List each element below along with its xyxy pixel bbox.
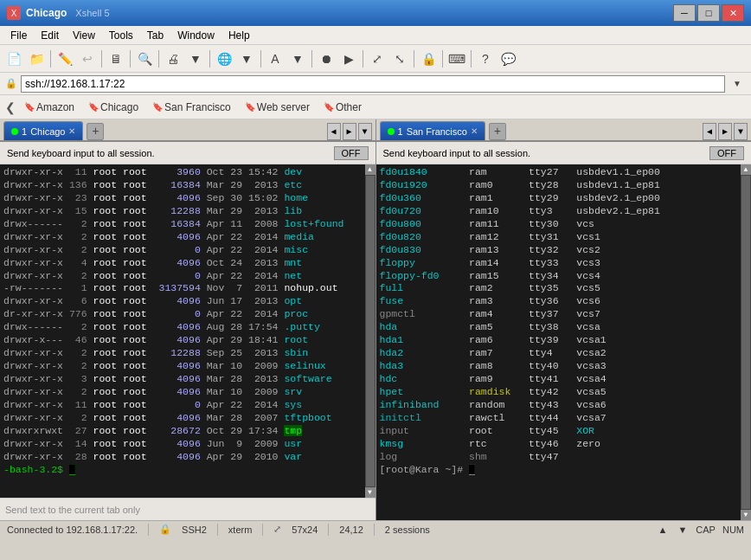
status-numlock: NUM: [722, 525, 744, 535]
sessions-area: 1 Chicago ✕ + ◀ ▶ ▼ Send keyboard input …: [0, 119, 751, 520]
sf-tab-add[interactable]: +: [489, 123, 506, 140]
menu-edit[interactable]: Edit: [34, 28, 66, 43]
chicago-scroll-down[interactable]: ▼: [365, 487, 376, 498]
status-divider-3: [262, 524, 263, 536]
address-input[interactable]: [21, 75, 725, 93]
toolbar-separator-11: [471, 50, 472, 68]
chicago-bottom-input-placeholder: Send text to the current tab only: [5, 505, 140, 515]
sf-tab-close[interactable]: ✕: [471, 126, 478, 136]
window-title: Chicago Xshell 5: [26, 7, 673, 19]
bookmark-chicago[interactable]: 🔖 Chicago: [83, 100, 144, 115]
sf-scroll-thumb[interactable]: [741, 176, 750, 509]
search-button[interactable]: 🔍: [134, 48, 155, 69]
status-terminal: xterm: [228, 525, 253, 535]
bookmark-webserver[interactable]: 🔖 Web server: [240, 100, 315, 115]
chicago-tab[interactable]: 1 Chicago ✕: [3, 121, 83, 140]
toolbar-separator-7: [311, 50, 312, 68]
sessions-button[interactable]: 🖥: [106, 48, 126, 69]
sf-scroll-down[interactable]: ▼: [741, 510, 751, 520]
toolbar: 📄 📁 ✏️ ↩ 🖥 🔍 🖨 ▼ 🌐 ▼ A ▼ ⏺ ▶ ⤢ ⤡ 🔒 ⌨ ? 💬: [0, 45, 751, 73]
sf-broadcast-button[interactable]: OFF: [709, 146, 744, 160]
status-end: ▲ ▼ CAP NUM: [657, 525, 744, 535]
sf-tab[interactable]: 1 San Francisco ✕: [380, 121, 485, 140]
bookmark-webserver-icon: 🔖: [245, 102, 255, 112]
print-button[interactable]: 🖨: [163, 48, 183, 69]
toolbar-separator-9: [414, 50, 414, 68]
globe-button[interactable]: 🌐: [214, 48, 234, 69]
status-divider-1: [148, 524, 149, 536]
toolbar-separator-6: [260, 50, 261, 68]
bookmarks-nav-left[interactable]: ❮: [5, 100, 16, 114]
sf-scrollbar[interactable]: ▲ ▼: [741, 164, 751, 520]
undo-button[interactable]: ↩: [77, 48, 98, 69]
sf-tab-nav: ◀ ▶ ▼: [703, 123, 748, 140]
font-options-button[interactable]: ▼: [287, 48, 308, 69]
bookmark-other[interactable]: 🔖 Other: [318, 100, 367, 115]
chicago-broadcast-text: Send keyboard input to all session.: [7, 148, 155, 158]
status-scroll-down[interactable]: ▼: [676, 525, 689, 535]
close-button[interactable]: ✕: [722, 4, 744, 22]
globe-options-button[interactable]: ▼: [236, 48, 257, 69]
compose-button[interactable]: ✏️: [55, 48, 75, 69]
status-sessions: 2 sessions: [385, 525, 430, 535]
sf-tab-number: 1: [398, 126, 403, 137]
window-controls[interactable]: ─ □ ✕: [673, 4, 744, 22]
bookmark-sanfrancisco[interactable]: 🔖 San Francisco: [147, 100, 236, 115]
menu-tab[interactable]: Tab: [140, 28, 170, 43]
menu-tools[interactable]: Tools: [102, 28, 140, 43]
chat-button[interactable]: 💬: [497, 48, 518, 69]
toolbar-separator-2: [101, 50, 102, 68]
chicago-scroll-thumb[interactable]: [366, 176, 375, 486]
status-protocol: SSH2: [182, 525, 207, 535]
bookmark-amazon[interactable]: 🔖 Amazon: [19, 100, 80, 115]
chicago-scrollbar[interactable]: ▲ ▼: [365, 164, 376, 498]
chicago-bottom-input[interactable]: Send text to the current tab only: [0, 498, 376, 520]
menu-view[interactable]: View: [66, 28, 102, 43]
status-size: 57x24: [292, 525, 318, 535]
bookmark-chicago-icon: 🔖: [88, 102, 99, 112]
maximize-button[interactable]: □: [697, 4, 720, 22]
keyboard-button[interactable]: ⌨: [446, 48, 467, 69]
new-session-button[interactable]: 📄: [3, 48, 24, 69]
chicago-broadcast-button[interactable]: OFF: [334, 146, 369, 160]
status-bar: Connected to 192.168.1.17:22. 🔒 SSH2 xte…: [0, 520, 751, 537]
toolbar-separator-8: [363, 50, 363, 68]
expand-button[interactable]: ⤢: [367, 48, 388, 69]
sf-tab-menu[interactable]: ▼: [734, 123, 748, 140]
help-button[interactable]: ?: [475, 48, 496, 69]
menu-bar: File Edit View Tools Tab Window Help: [0, 26, 751, 45]
print-options-button[interactable]: ▼: [185, 48, 206, 69]
bookmarks-bar: ❮ 🔖 Amazon 🔖 Chicago 🔖 San Francisco 🔖 W…: [0, 95, 751, 119]
menu-help[interactable]: Help: [221, 28, 257, 43]
sf-tab-next[interactable]: ▶: [718, 123, 732, 140]
sf-terminal[interactable]: fd0u1840 ram tty27 usbdev1.1_ep00 fd0u19…: [376, 164, 752, 520]
status-scroll-up[interactable]: ▲: [657, 525, 670, 535]
address-go-button[interactable]: ▼: [729, 75, 746, 93]
menu-window[interactable]: Window: [170, 28, 221, 43]
chicago-tab-close[interactable]: ✕: [68, 126, 75, 136]
chicago-terminal[interactable]: drwxr-xr-x 11 root root 3960 Oct 23 15:4…: [0, 164, 376, 498]
sf-tab-bar: 1 San Francisco ✕ + ◀ ▶ ▼: [376, 119, 752, 142]
button9[interactable]: ▶: [338, 48, 359, 69]
shrink-button[interactable]: ⤡: [389, 48, 410, 69]
toolbar-separator-5: [209, 50, 210, 68]
toolbar-separator-10: [442, 50, 443, 68]
font-button[interactable]: A: [265, 48, 286, 69]
sf-scroll-up[interactable]: ▲: [741, 164, 751, 175]
button8[interactable]: ⏺: [316, 48, 337, 69]
sf-tab-prev[interactable]: ◀: [703, 123, 716, 140]
open-button[interactable]: 📁: [26, 48, 47, 69]
chicago-tab-indicator: [11, 128, 18, 135]
lock-button[interactable]: 🔒: [418, 48, 439, 69]
chicago-tab-next[interactable]: ▶: [343, 123, 356, 140]
app-icon: X: [7, 6, 21, 20]
chicago-tab-nav: ◀ ▶ ▼: [327, 123, 372, 140]
chicago-scroll-up[interactable]: ▲: [365, 164, 376, 175]
address-bar: 🔒 ▼: [0, 73, 751, 95]
chicago-tab-add[interactable]: +: [87, 123, 104, 140]
chicago-tab-prev[interactable]: ◀: [327, 123, 341, 140]
chicago-tab-menu[interactable]: ▼: [358, 123, 372, 140]
menu-file[interactable]: File: [3, 28, 34, 43]
bookmark-other-icon: 🔖: [324, 102, 334, 112]
minimize-button[interactable]: ─: [673, 4, 696, 22]
